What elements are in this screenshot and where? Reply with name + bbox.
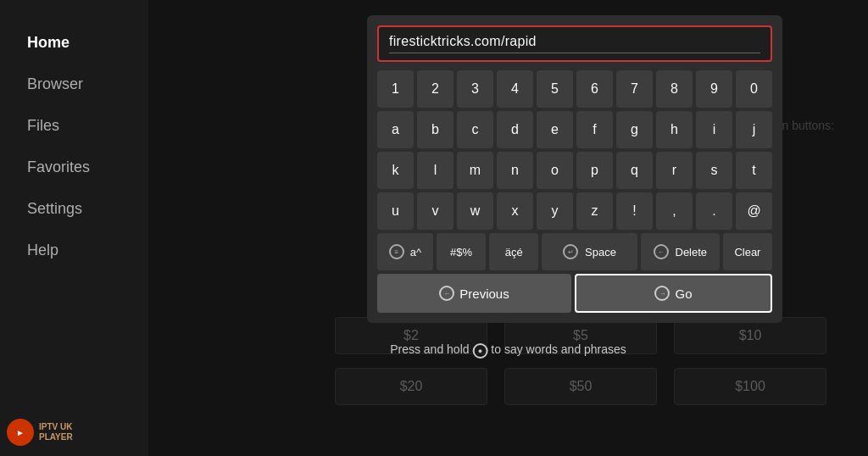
symbols-label: #$% [450,246,472,259]
key-t[interactable]: t [736,152,772,189]
key-i[interactable]: i [696,111,732,148]
key-a[interactable]: a [377,111,414,148]
accents-label: äçé [505,246,523,259]
key-k[interactable]: k [377,152,414,189]
key-0[interactable]: 0 [736,70,772,108]
key-8[interactable]: 8 [656,70,693,108]
go-button[interactable]: → Go [575,274,772,313]
key-exclaim[interactable]: ! [616,192,653,230]
main-content: se donation buttons: $2 $5 $10 $20 $50 $… [148,0,868,456]
key-u[interactable]: u [377,192,414,230]
mode-label: a^ [410,246,421,259]
row-uz: u v w x y z ! , . @ [377,192,772,230]
sidebar-item-files[interactable]: Files [17,108,131,143]
key-space[interactable]: ↵ Space [542,233,637,270]
special-row: ≡ a^ #$% äçé ↵ Space ← Delete [377,233,772,270]
key-r[interactable]: r [656,152,693,189]
url-underline [389,53,760,53]
key-l[interactable]: l [417,152,453,189]
keyboard-modal: firesticktricks.com/rapid 1 2 3 4 5 6 7 … [367,15,782,323]
key-7[interactable]: 7 [616,70,653,108]
sidebar-item-settings[interactable]: Settings [17,192,131,226]
key-6[interactable]: 6 [576,70,613,108]
key-w[interactable]: w [457,192,493,230]
key-p[interactable]: p [576,152,613,189]
key-3[interactable]: 3 [457,70,493,108]
logo-icon: ► [7,419,34,446]
key-comma[interactable]: , [656,192,693,230]
row-aj: a b c d e f g h i j [377,111,772,148]
nav-buttons: ← Previous → Go [377,274,772,313]
space-label: Space [585,246,616,259]
previous-icon: ← [439,286,454,301]
go-icon: → [654,286,670,301]
space-icon: ↵ [563,244,578,259]
sidebar: Home Browser Files Favorites Settings He… [0,0,148,456]
key-delete[interactable]: ← Delete [641,233,720,270]
previous-label: Previous [459,286,509,301]
key-j[interactable]: j [736,111,772,148]
key-2[interactable]: 2 [417,70,453,108]
sidebar-item-help[interactable]: Help [17,233,131,268]
key-b[interactable]: b [417,111,453,148]
row-kt: k l m n o p q r s t [377,152,772,189]
key-y[interactable]: y [537,192,573,230]
key-period[interactable]: . [696,192,732,230]
number-row: 1 2 3 4 5 6 7 8 9 0 [377,70,772,108]
key-4[interactable]: 4 [497,70,533,108]
key-f[interactable]: f [576,111,613,148]
key-e[interactable]: e [537,111,573,148]
key-z[interactable]: z [576,192,613,230]
logo-text: IPTV UKPLAYER [39,422,73,442]
key-accents[interactable]: äçé [489,233,538,270]
delete-icon: ← [654,244,669,259]
mode-icon: ≡ [389,244,404,259]
key-c[interactable]: c [457,111,493,148]
press-hold-text: Press and hold ● to say words and phrase… [390,342,626,359]
delete-label: Delete [676,246,708,259]
url-input-area[interactable]: firesticktricks.com/rapid [377,25,772,62]
key-1[interactable]: 1 [377,70,414,108]
key-n[interactable]: n [497,152,533,189]
key-at[interactable]: @ [736,192,772,230]
key-v[interactable]: v [417,192,453,230]
key-m[interactable]: m [457,152,493,189]
key-q[interactable]: q [616,152,653,189]
key-mode[interactable]: ≡ a^ [377,233,433,270]
microphone-icon: ● [472,343,487,359]
key-o[interactable]: o [537,152,573,189]
key-clear[interactable]: Clear [723,233,772,270]
key-x[interactable]: x [497,192,533,230]
sidebar-item-browser[interactable]: Browser [17,67,131,102]
sidebar-item-home[interactable]: Home [17,25,131,60]
logo: ► IPTV UKPLAYER [7,419,73,446]
key-5[interactable]: 5 [537,70,573,108]
key-s[interactable]: s [696,152,732,189]
previous-button[interactable]: ← Previous [377,274,571,313]
go-label: Go [675,286,692,301]
key-9[interactable]: 9 [696,70,732,108]
keyboard-rows: 1 2 3 4 5 6 7 8 9 0 a b c d e f g h [377,70,772,270]
key-symbols[interactable]: #$% [437,233,486,270]
sidebar-item-favorites[interactable]: Favorites [17,150,131,185]
key-g[interactable]: g [616,111,653,148]
clear-label: Clear [734,246,760,259]
key-h[interactable]: h [656,111,693,148]
key-d[interactable]: d [497,111,533,148]
url-text: firesticktricks.com/rapid [389,34,760,49]
